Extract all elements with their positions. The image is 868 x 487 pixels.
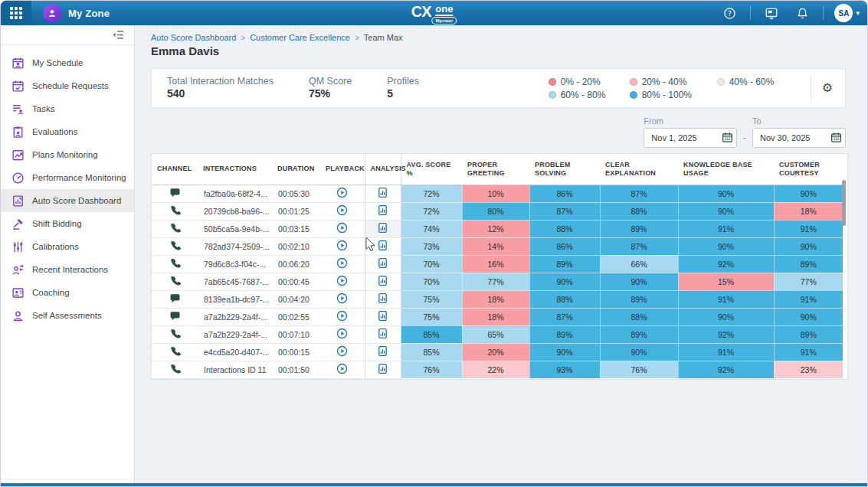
score-cell: 16% xyxy=(462,255,529,273)
score-cell: 18% xyxy=(774,202,843,220)
sidebar-item-auto-score-dashboard[interactable]: Auto Score Dashboard xyxy=(1,189,134,212)
sidebar-item-my-schedule[interactable]: My Schedule xyxy=(1,51,134,74)
score-cell: 91% xyxy=(678,220,774,237)
table-row[interactable]: 7ab65c45-7687-...00:00:4570%77%90%90%15%… xyxy=(152,273,843,290)
table-row[interactable]: 20739cb8-ba96-...00:01:2572%80%87%88%90%… xyxy=(152,202,843,220)
breadcrumb-link[interactable]: Customer Care Excellence xyxy=(250,33,350,42)
table-row[interactable]: a7a2b229-2a4f-...00:02:5575%18%87%88%90%… xyxy=(152,308,843,325)
score-cell: 22% xyxy=(462,361,529,378)
score-cell: 85% xyxy=(401,325,462,343)
sidebar-item-calibrations[interactable]: Calibrations xyxy=(1,235,134,258)
legend-dot-icon xyxy=(630,91,637,99)
collapse-menu-icon xyxy=(112,29,125,41)
score-cell: 89% xyxy=(529,325,600,343)
vertical-scrollbar-thumb[interactable] xyxy=(842,180,846,226)
score-cell: 90% xyxy=(774,237,843,255)
analysis-button[interactable] xyxy=(377,293,388,306)
sidebar-item-performance-monitoring[interactable]: Performance Monitoring xyxy=(1,166,134,189)
score-cell: 65% xyxy=(462,325,529,343)
legend-dot-icon xyxy=(549,78,556,86)
analysis-button[interactable] xyxy=(377,310,388,324)
playback-button[interactable] xyxy=(336,345,348,359)
analysis-cell xyxy=(365,361,401,378)
interaction-id-cell: 79d6c8c3-f04c-... xyxy=(198,255,272,273)
topbar-divider xyxy=(750,6,751,20)
score-cell: 87% xyxy=(529,202,600,220)
analysis-chart-icon xyxy=(377,363,388,377)
settings-button[interactable]: ⚙ xyxy=(822,82,833,94)
table-row[interactable]: 50b5ca5a-9e4b-...00:03:1574%12%88%89%91%… xyxy=(152,220,843,237)
metric-value: 540 xyxy=(167,87,274,100)
analysis-button[interactable] xyxy=(377,204,388,218)
help-button[interactable]: ? xyxy=(719,3,739,23)
calendar-icon xyxy=(722,132,733,143)
analysis-button[interactable] xyxy=(377,187,388,201)
analysis-chart-icon xyxy=(377,293,388,306)
sidebar-item-evaluations[interactable]: Evaluations xyxy=(1,120,134,143)
playback-button[interactable] xyxy=(336,257,348,271)
score-cell: 90% xyxy=(600,273,678,290)
analysis-button[interactable] xyxy=(377,345,388,359)
main-content: Auto Score Dashboard>Customer Care Excel… xyxy=(136,25,867,483)
chat-channel-icon xyxy=(169,314,181,323)
playback-button[interactable] xyxy=(336,187,348,201)
breadcrumb-link[interactable]: Auto Score Dashboard xyxy=(151,33,236,42)
sidebar-item-self-assessments[interactable]: Self Assessments xyxy=(1,304,134,327)
score-cell: 75% xyxy=(401,290,462,308)
user-menu-button[interactable]: SA ▾ xyxy=(834,4,860,22)
playback-button[interactable] xyxy=(336,363,348,377)
score-cell: 92% xyxy=(678,255,774,273)
legend-item: 80% - 100% xyxy=(630,90,714,100)
column-header-clear-explanation: CLEAR EXPLANATION xyxy=(600,154,678,185)
playback-button[interactable] xyxy=(336,310,348,324)
breadcrumb-current: Team Max xyxy=(364,33,403,42)
analysis-button[interactable] xyxy=(377,257,388,271)
analysis-chart-icon xyxy=(377,222,388,236)
column-header-customer-courtesy: CUSTOMER COURTESY xyxy=(774,154,843,185)
sidebar-item-plans-monitoring[interactable]: Plans Monitoring xyxy=(1,143,134,166)
interaction-id-cell: 20739cb8-ba96-... xyxy=(198,202,272,220)
sidebar-item-schedule-requests[interactable]: Schedule Requests xyxy=(1,74,134,97)
analysis-button[interactable] xyxy=(377,363,388,377)
analysis-button[interactable] xyxy=(377,328,388,342)
breadcrumb-separator: > xyxy=(355,34,359,42)
column-header-problem-solving: PROBLEM SOLVING xyxy=(529,154,600,185)
table-row[interactable]: 8139ea1b-dc97-...00:04:2075%18%88%89%91%… xyxy=(152,290,843,308)
playback-button[interactable] xyxy=(336,328,348,342)
playback-button[interactable] xyxy=(336,240,348,253)
sidebar-item-tasks[interactable]: Tasks xyxy=(1,97,134,120)
bell-icon xyxy=(796,7,809,20)
tasks-icon xyxy=(11,103,25,116)
table-row[interactable]: e4cd5a20-d407-...00:00:1585%20%90%90%91%… xyxy=(152,343,843,361)
table-row[interactable]: Interactions ID 1100:01:5076%22%93%76%92… xyxy=(152,361,843,378)
analysis-button[interactable] xyxy=(377,240,388,253)
playback-button[interactable] xyxy=(336,275,348,289)
to-calendar-button[interactable] xyxy=(830,132,842,144)
table-row[interactable]: 79d6c8c3-f04c-...00:06:2070%16%89%66%92%… xyxy=(152,255,843,273)
duration-cell: 00:01:50 xyxy=(272,361,320,378)
notifications-button[interactable] xyxy=(792,3,812,23)
score-cell: 90% xyxy=(678,202,774,220)
analysis-button[interactable] xyxy=(377,222,388,236)
sidebar-item-shift-bidding[interactable]: Shift Bidding xyxy=(1,212,134,235)
table-row[interactable]: fa2fba0a-68f2-4...00:05:3072%10%86%87%90… xyxy=(152,185,843,202)
playback-button[interactable] xyxy=(336,293,348,306)
interactions-table: CHANNELINTERACTIONSDURATIONPLAYBACKANALY… xyxy=(152,154,843,379)
app-launcher-button[interactable] xyxy=(1,1,31,25)
performance-monitoring-icon xyxy=(11,172,25,185)
table-row[interactable]: 782ad374-2509-...00:02:1073%14%86%87%90%… xyxy=(152,237,843,255)
playback-button[interactable] xyxy=(336,222,348,236)
interaction-id-cell: Interactions ID 11 xyxy=(198,361,272,378)
table-row[interactable]: a7a2b229-2a4f-...00:07:1085%65%89%89%92%… xyxy=(152,325,843,343)
score-cell: 90% xyxy=(678,185,774,202)
sidebar-collapse-button[interactable] xyxy=(112,29,125,41)
sidebar-item-coaching[interactable]: Coaching xyxy=(1,281,134,304)
sidebar-item-recent-interactions[interactable]: Recent Interactions xyxy=(1,258,134,281)
presentation-button[interactable] xyxy=(762,3,781,23)
playback-button[interactable] xyxy=(336,204,348,218)
analysis-button[interactable] xyxy=(377,275,388,289)
from-calendar-button[interactable] xyxy=(721,132,733,144)
score-cell: 74% xyxy=(401,220,462,237)
duration-cell: 00:02:55 xyxy=(272,308,320,325)
analysis-cell xyxy=(365,220,401,237)
